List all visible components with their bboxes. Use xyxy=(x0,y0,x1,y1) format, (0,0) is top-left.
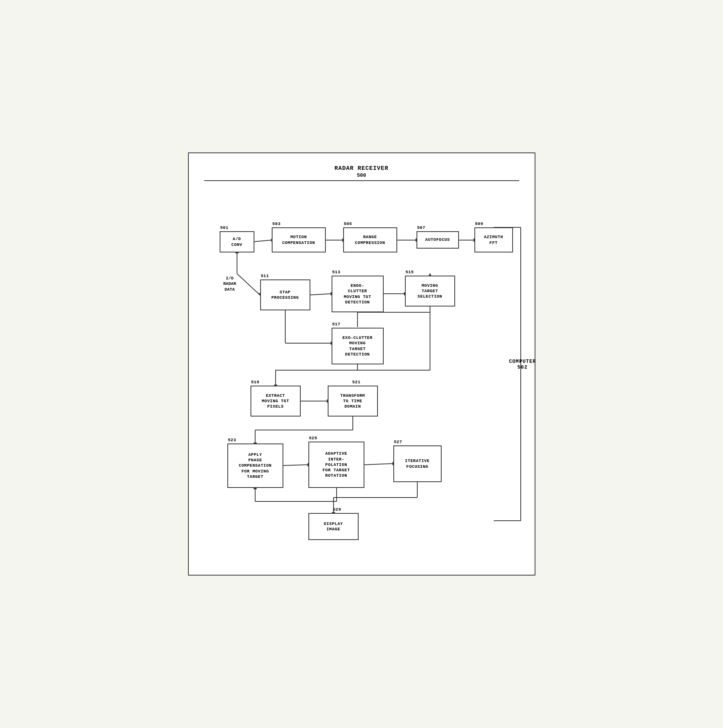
label-503: 503 xyxy=(273,221,281,227)
computer-label: COMPUTER 502 xyxy=(509,359,536,370)
box-509: 509 AZIMUTHFFT xyxy=(474,227,513,252)
svg-line-36 xyxy=(364,464,393,465)
box-523-text: APPLYPHASECOMPENSATIONFOR MOVINGTARGET xyxy=(239,452,271,479)
svg-line-10 xyxy=(237,274,260,295)
box-511: 511 STAPPROCESSING xyxy=(260,279,310,310)
svg-line-0 xyxy=(254,240,271,242)
label-511: 511 xyxy=(261,273,269,279)
box-505: 505 RANGECOMPRESSION xyxy=(343,227,397,252)
label-505: 505 xyxy=(344,221,352,227)
box-509-text: AZIMUTHFFT xyxy=(484,234,503,245)
box-517-text: EXO-CLUTTERMOVINGTARGETDETECTION xyxy=(342,335,373,357)
box-515-text: MOVINGTARGETSELECTION xyxy=(418,283,442,300)
box-507-text: AUTOFOCUS xyxy=(425,237,450,242)
box-505-text: RANGECOMPRESSION xyxy=(355,234,385,245)
box-513-text: ENDO-CLUTTERMOVING TGTDETECTION xyxy=(344,283,371,305)
svg-line-12 xyxy=(310,294,331,295)
box-501: 501 A/DCONV xyxy=(220,231,254,252)
label-529: 529 xyxy=(333,507,341,512)
io-radar-data-label: I/ORADARDATA xyxy=(224,276,236,292)
box-513: 513 ENDO-CLUTTERMOVING TGTDETECTION xyxy=(332,276,384,312)
box-519: 519 EXTRACTMOVING TGTPIXELS xyxy=(251,386,301,416)
box-527: 527 ITERATIVEFOCUSING xyxy=(393,445,442,482)
label-501: 501 xyxy=(220,225,229,230)
box-529-text: DISPLAYIMAGE xyxy=(324,521,343,532)
diagram-title-num: 500 xyxy=(357,173,366,178)
diagram-container: RADAR RECEIVER 500 xyxy=(188,152,535,576)
label-509: 509 xyxy=(475,221,483,227)
label-519: 519 xyxy=(251,379,259,385)
box-521: 521 TRANSFORMTO TIMEDOMAIN xyxy=(328,386,378,416)
box-503: 503 MOTIONCOMPENSATION xyxy=(272,227,326,252)
box-521-text: TRANSFORMTO TIMEDOMAIN xyxy=(340,393,365,410)
box-525-text: ADAPTIVEINTER-POLATIONFOR TARGETROTATION xyxy=(322,451,350,478)
box-525: 525 ADAPTIVEINTER-POLATIONFOR TARGETROTA… xyxy=(308,442,364,488)
label-527: 527 xyxy=(394,439,402,445)
box-519-text: EXTRACTMOVING TGTPIXELS xyxy=(262,393,289,410)
svg-line-34 xyxy=(283,465,308,466)
label-521: 521 xyxy=(352,379,361,385)
title-divider xyxy=(204,180,519,181)
box-523: 523 APPLYPHASECOMPENSATIONFOR MOVINGTARG… xyxy=(227,444,283,488)
box-527-text: ITERATIVEFOCUSING xyxy=(405,458,430,469)
box-507: 507 AUTOFOCUS xyxy=(417,231,459,249)
label-507: 507 xyxy=(417,225,425,230)
label-515: 515 xyxy=(406,269,414,275)
box-511-text: STAPPROCESSING xyxy=(271,290,299,301)
box-517: 517 EXO-CLUTTERMOVINGTARGETDETECTION xyxy=(332,328,384,364)
diagram-title: RADAR RECEIVER xyxy=(334,165,388,172)
label-513: 513 xyxy=(332,269,340,275)
label-525: 525 xyxy=(309,435,317,441)
label-523: 523 xyxy=(228,437,236,443)
box-515: 515 MOVINGTARGETSELECTION xyxy=(405,276,455,306)
box-501-text: A/DCONV xyxy=(231,236,242,247)
box-503-text: MOTIONCOMPENSATION xyxy=(282,234,315,245)
label-517: 517 xyxy=(332,322,340,327)
box-529: 529 DISPLAYIMAGE xyxy=(308,513,359,540)
